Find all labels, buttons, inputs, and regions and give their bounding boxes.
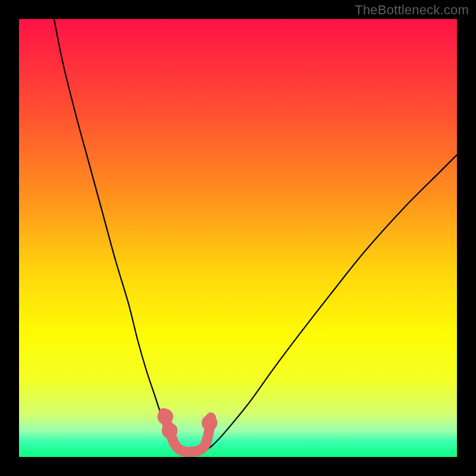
plot-area [19, 19, 457, 457]
series-right-branch [205, 155, 457, 450]
marker-left-dot-upper [158, 409, 173, 424]
series-left-branch [54, 19, 180, 450]
marker-right-dot [202, 415, 217, 430]
watermark-text: TheBottleneck.com [355, 2, 469, 18]
chart-frame: TheBottleneck.com [0, 0, 476, 476]
plot-curves [19, 19, 457, 457]
marker-left-dot-lower [162, 423, 177, 439]
